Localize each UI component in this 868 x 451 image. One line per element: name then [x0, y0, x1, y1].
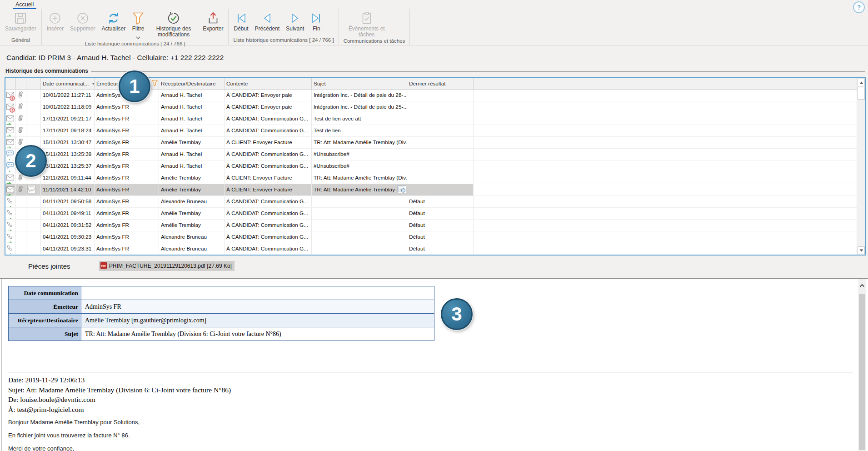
attachment-chip[interactable]: PDFPRIM_FACTURE_20191129120613.pdf [27.6… — [99, 261, 234, 271]
cell-sujet — [312, 208, 407, 219]
column-header-sujet[interactable]: Sujet — [312, 78, 407, 89]
ribbon-button-sauvegarder[interactable]: Sauvegarder — [2, 10, 40, 32]
fin-icon — [310, 10, 322, 25]
ribbon-button-fin[interactable]: Fin — [307, 10, 325, 32]
table-row[interactable]: 12/11/2021 09:11:44AdminSys FRAmélie Tre… — [5, 172, 865, 184]
column-header-icon3[interactable] — [26, 78, 41, 89]
cell-recepteur: Arnaud H. Tachel — [159, 90, 224, 101]
cell-emetteur: AdminSys FR — [95, 243, 159, 254]
cell-emetteur: AdminSys FR — [95, 196, 159, 207]
ribbon-button-label: Fin — [313, 26, 320, 32]
table-row[interactable]: 15/11/2021 13:25:37AdminSys FRArnaud H. … — [5, 160, 865, 172]
ribbon-button-exporter[interactable]: Exporter — [200, 10, 226, 32]
scroll-up-icon[interactable] — [858, 79, 865, 86]
cell-recepteur: Alexandre Bruneau — [159, 243, 224, 254]
scroll-down-icon[interactable] — [858, 246, 865, 254]
cell-sujet — [312, 196, 407, 207]
actualiser-icon — [107, 10, 120, 25]
ribbon-button-label: Sauvegarder — [5, 26, 36, 32]
scrollbar-thumb[interactable] — [858, 87, 865, 100]
cell-contexte: À CANDIDAT: Communication G... — [224, 220, 312, 231]
cell-contexte: À CANDIDAT: Communication G... — [224, 149, 312, 160]
cell-recepteur: Amélie Tremblay — [159, 172, 224, 184]
email-header-line: Date: 2019-11-29 12:06:13 — [8, 375, 231, 385]
email-meta-row: ÉmetteurAdminSys FR — [9, 300, 434, 314]
ribbon-group: InsérerSupprimerActualiserFiltreHistoriq… — [42, 9, 229, 45]
ribbon-group-label: Communications et tâches — [340, 38, 409, 45]
cell-emetteur: AdminSys FR — [95, 137, 159, 148]
cell-emetteur: AdminSys FR — [95, 231, 159, 243]
column-header-dernier-resultat[interactable]: Dernier résultat — [407, 78, 474, 89]
table-row[interactable]: 04/11/2021 09:50:58AdminSys FRAlexandre … — [5, 196, 865, 208]
table-row[interactable]: 04/11/2021 09:31:52AdminSys FRAmélie Tre… — [5, 220, 865, 231]
ribbon-button-supprimer[interactable]: Supprimer — [67, 10, 98, 32]
email-body-block: Bonjour Madame Amélie Tremblay pour Solu… — [8, 419, 140, 451]
preview-icon[interactable] — [397, 185, 406, 195]
ribbon-button-inserer[interactable]: Insérer — [44, 10, 67, 32]
panel-scroll-up-icon[interactable] — [858, 281, 866, 290]
cell-sujet: #Unsubscribe# — [312, 149, 407, 160]
table-row[interactable]: 15/11/2021 13:25:39AdminSys FRArnaud H. … — [5, 149, 865, 160]
ribbon-button-suivant[interactable]: Suivant — [283, 10, 307, 32]
panel-scrollbar[interactable] — [858, 279, 866, 451]
mail-sent-icon — [6, 138, 15, 148]
ribbon-group: DébutPrécédentSuivantFinListe historique… — [229, 9, 339, 45]
column-header-filler — [474, 78, 865, 89]
ribbon-button-precedent[interactable]: Précédent — [252, 10, 283, 32]
column-header-icon1[interactable] — [5, 78, 16, 89]
tab-accueil[interactable]: Accueil — [13, 0, 36, 8]
cell-recepteur: Arnaud H. Tachel — [159, 101, 224, 113]
help-icon[interactable]: ? — [853, 1, 865, 13]
panel-scrollbar-thumb[interactable] — [859, 294, 865, 450]
column-header-date[interactable]: Date communicat... — [41, 78, 95, 89]
column-header-icon2[interactable] — [16, 78, 26, 89]
table-body: 10/01/2022 11:27:11AdminSys FRArnaud H. … — [5, 90, 865, 254]
ribbon-group-label: Général — [1, 37, 40, 45]
ribbon-button-label: Évènements et tâches — [344, 26, 389, 38]
ribbon-button-historique-modifications[interactable]: Historique des modifications — [148, 10, 200, 38]
cell-recepteur: Amélie Tremblay — [159, 184, 224, 195]
ribbon-button-evenements-taches[interactable]: Évènements et tâches — [341, 10, 393, 38]
paperclip-icon — [17, 90, 25, 100]
chevron-down-icon — [136, 33, 140, 41]
ribbon-button-debut[interactable]: Début — [230, 10, 251, 32]
cell-sujet: Intégration Inc. - Détail de paie du 28-… — [312, 90, 407, 101]
table-row[interactable]: 04/11/2021 09:30:23AdminSys FRAlexandre … — [5, 231, 865, 243]
column-header-recepteur[interactable]: Récepteur/Destinataire — [159, 78, 224, 89]
ribbon-button-filtre[interactable]: Filtre — [129, 10, 148, 41]
pdf-icon: PDF — [100, 262, 107, 271]
attachment-name: PRIM_FACTURE_20191129120613.pdf [27.69 K… — [109, 263, 232, 269]
phone-sent-icon — [6, 209, 15, 219]
paperclip-icon — [17, 185, 25, 195]
ribbon-button-label: Insérer — [47, 26, 64, 32]
cell-sujet: TR: Att: Madame Amélie Tremblay (Div... — [312, 137, 407, 148]
table-row[interactable]: 17/11/2021 09:18:24AdminSys FRArnaud H. … — [5, 125, 865, 137]
ribbon-tab-row: Accueil — [0, 0, 868, 9]
table-scrollbar[interactable] — [857, 78, 865, 255]
cell-sujet — [312, 220, 407, 231]
filter-icon[interactable] — [152, 80, 158, 88]
table-row[interactable]: 15/11/2021 13:30:47AdminSys FRAmélie Tre… — [5, 137, 865, 149]
ribbon-button-label: Actualiser — [101, 26, 125, 32]
email-meta-label: Récepteur/Destinataire — [9, 314, 81, 327]
table-row[interactable]: 04/11/2021 09:49:11AdminSys FRAmélie Tre… — [5, 208, 865, 220]
cell-dernier-resultat — [407, 137, 474, 148]
evenements-taches-icon — [360, 10, 374, 25]
cell-emetteur: AdminSys FR — [95, 125, 159, 136]
ribbon-button-actualiser[interactable]: Actualiser — [98, 10, 129, 32]
email-meta-table: Date communicationÉmetteurAdminSys FRRéc… — [8, 286, 434, 341]
table-row[interactable]: 17/11/2021 09:21:17AdminSys FRArnaud H. … — [5, 113, 865, 125]
table-row[interactable]: 10/01/2022 11:18:09AdminSys FRArnaud H. … — [5, 101, 865, 113]
cell-emetteur: AdminSys FR — [95, 160, 159, 172]
cell-date: 15/11/2021 13:25:37 — [41, 160, 95, 172]
cell-recepteur: Arnaud H. Tachel — [159, 160, 224, 172]
table-row[interactable]: 04/11/2021 09:23:31AdminSys FRAlexandre … — [5, 243, 865, 254]
column-header-contexte[interactable]: Contexte — [224, 78, 312, 89]
cell-dernier-resultat — [407, 113, 474, 125]
cell-sujet — [312, 243, 407, 254]
cell-recepteur: Alexandre Bruneau — [159, 231, 224, 243]
cell-contexte: À CANDIDAT: Communication G... — [224, 125, 312, 136]
paperclip-icon — [17, 102, 25, 112]
email-header-line: De: louise.boule@devntic.com — [8, 395, 231, 405]
table-row[interactable]: 11/11/2021 14:42:10AdminSys FRAmélie Tre… — [5, 184, 865, 196]
